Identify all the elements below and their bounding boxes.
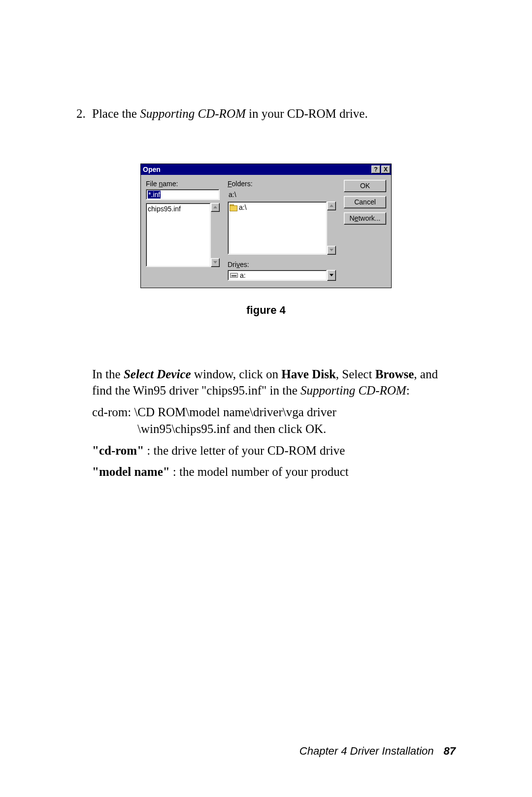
step-text: Place the Supporting CD-ROM in your CD-R… [92, 106, 456, 122]
filename-input[interactable]: *.inf [146, 189, 220, 200]
filename-label: File name: [146, 180, 220, 188]
ok-button[interactable]: OK [344, 180, 386, 192]
network-button[interactable]: Network... [344, 212, 386, 225]
drive-icon [230, 273, 238, 278]
page-number: 87 [444, 745, 456, 758]
scrollbar[interactable] [327, 201, 336, 255]
drives-label: Drives: [228, 261, 336, 268]
scroll-up-icon[interactable] [211, 203, 220, 212]
chevron-down-icon[interactable] [327, 270, 336, 281]
open-dialog: Open ? X File name: *.inf chips95.inf [140, 164, 392, 288]
drives-dropdown[interactable]: a: [228, 270, 336, 281]
titlebar: Open ? X [141, 164, 391, 175]
paragraph: In the Select Device window, click on Ha… [92, 366, 456, 399]
scroll-down-icon[interactable] [211, 258, 220, 267]
scroll-up-icon[interactable] [327, 201, 336, 210]
page-footer: Chapter 4 Driver Installation 87 [299, 745, 456, 758]
paragraph: "model name" : the model number of your … [92, 464, 456, 480]
folders-label: Folders: [228, 180, 336, 188]
help-icon[interactable]: ? [371, 166, 380, 173]
step-2: 2. Place the Supporting CD-ROM in your C… [76, 106, 456, 122]
list-item[interactable]: a:\ [230, 203, 325, 212]
list-item[interactable]: chips95.inf [148, 204, 209, 213]
step-number: 2. [76, 106, 92, 122]
folder-icon [230, 204, 237, 210]
paragraph: "cd-rom" : the drive letter of your CD-R… [92, 442, 456, 459]
folders-path: a:\ [228, 189, 336, 200]
paragraph: cd-rom: \CD ROM\model name\driver\vga dr… [92, 404, 456, 437]
scrollbar[interactable] [211, 203, 220, 267]
figure-label: figure 4 [76, 304, 456, 317]
cancel-button[interactable]: Cancel [344, 196, 386, 208]
chapter-title: Chapter 4 Driver Installation [299, 745, 434, 758]
titlebar-text: Open [143, 166, 370, 173]
instruction-block: In the Select Device window, click on Ha… [92, 366, 456, 481]
file-listbox[interactable]: chips95.inf [146, 203, 211, 267]
folder-listbox[interactable]: a:\ [228, 201, 327, 255]
scroll-down-icon[interactable] [327, 246, 336, 255]
close-icon[interactable]: X [381, 166, 390, 173]
